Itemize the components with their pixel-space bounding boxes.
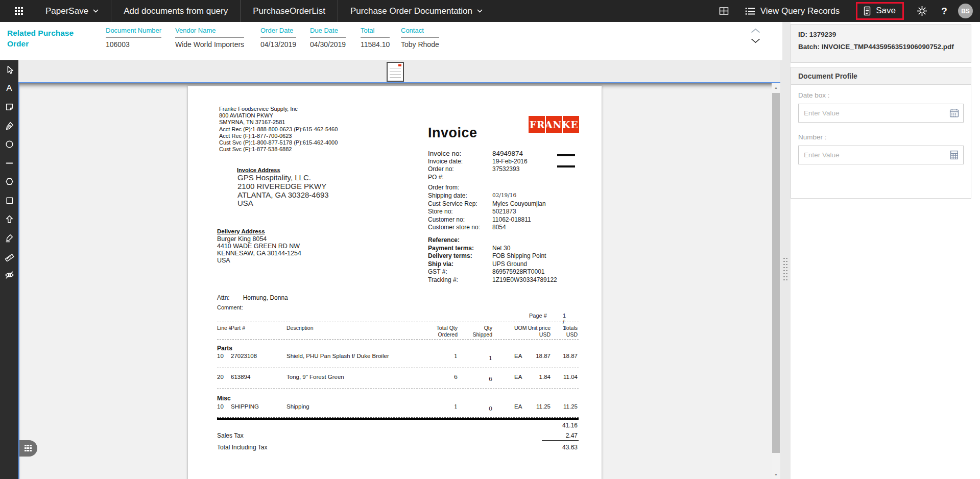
save-button[interactable]: Save	[856, 2, 904, 20]
topbar-actions: View Query Records Save ? BS	[715, 2, 980, 20]
panel-divider	[780, 22, 791, 479]
select-pointer-icon[interactable]	[0, 60, 18, 79]
table-row: 10 SHIPPING Shipping 1 0 EA 11.25 11.25	[217, 403, 579, 412]
po-field-label: Document Number	[106, 27, 161, 38]
date-box-field	[798, 104, 964, 123]
table-divider	[217, 368, 579, 368]
po-field-value: 106003	[106, 40, 161, 49]
number-label: Number :	[798, 133, 964, 141]
ruler-icon[interactable]	[0, 247, 18, 266]
calculator-icon[interactable]	[949, 150, 960, 160]
document-details-panel: ID: 1379239 Batch: INVOICE_TMP4435956351…	[791, 22, 980, 479]
polygon-tool-icon[interactable]	[0, 173, 18, 191]
po-field-label: Order Date	[260, 27, 296, 38]
scroll-down-arrow[interactable]: ▼	[772, 470, 780, 479]
menu-label: Add documents from query	[124, 6, 228, 16]
view-query-records-label: View Query Records	[760, 6, 840, 16]
invoice-address-block: GPS Hospitality, LLC.2100 RIVEREDGE PKWY…	[237, 174, 329, 208]
document-profile-body: Date box : Number :	[791, 85, 971, 182]
chevron-down-icon	[477, 9, 483, 13]
papersave-app: PaperSave Add documents from query Purch…	[0, 0, 980, 479]
scroll-up-arrow[interactable]: ▲	[772, 83, 780, 92]
number-input[interactable]	[798, 146, 964, 164]
chevron-down-icon[interactable]	[751, 38, 760, 43]
viewer-vertical-scrollbar: ▲ ▼	[772, 83, 780, 479]
page-1-thumbnail[interactable]	[387, 62, 404, 82]
menu-purchase-order-documentation[interactable]: Purchase Order Documentation	[338, 0, 495, 22]
po-field-value: 04/30/2019	[310, 40, 346, 49]
franke-logo: FRANKE	[529, 116, 579, 133]
menu-label: PurchaseOrderList	[253, 6, 325, 16]
ellipse-tool-icon[interactable]	[0, 135, 18, 154]
grand-total-rule	[542, 440, 579, 441]
pen-signature-icon[interactable]	[0, 116, 18, 135]
highlighter-icon[interactable]	[0, 228, 18, 247]
date-box-label: Date box :	[798, 91, 964, 99]
calendar-icon[interactable]	[949, 108, 960, 118]
comment-line: Comment:	[217, 304, 243, 310]
table-row: 20 613894 Tong, 9" Forest Green 6 6 EA 1…	[217, 374, 579, 382]
menu-label: Purchase Order Documentation	[350, 6, 472, 16]
document-profile-header: Document Profile	[791, 67, 971, 85]
settings-gear-icon[interactable]	[913, 2, 930, 20]
scrollbar-thumb[interactable]	[772, 93, 780, 453]
section-misc: Misc	[217, 395, 231, 402]
chevron-down-icon	[93, 9, 99, 13]
thumbnails-grid-icon	[25, 445, 32, 452]
menu-purchaseorderlist[interactable]: PurchaseOrderList	[241, 0, 338, 22]
po-field-contact: Contact Toby Rhode	[401, 27, 439, 49]
text-annotation-icon[interactable]: A	[0, 79, 18, 98]
line-tool-icon[interactable]	[0, 154, 18, 173]
rectangle-tool-icon[interactable]	[0, 191, 18, 210]
splitter-handle[interactable]	[783, 257, 787, 280]
po-field-document-number: Document Number 106003	[106, 27, 161, 49]
menu-add-documents-from-query[interactable]: Add documents from query	[111, 0, 240, 22]
number-field	[798, 146, 964, 164]
po-field-value: Toby Rhode	[401, 40, 439, 49]
view-query-records-button[interactable]: View Query Records	[738, 6, 847, 16]
document-id-card: ID: 1379239 Batch: INVOICE_TMP4435956351…	[791, 24, 971, 63]
table-divider	[217, 322, 579, 322]
document-canvas: Franke Foodservice Supply, Inc800 AVIATI…	[18, 83, 780, 479]
delivery-address-block: Burger King 80544410 WADE GREEN RD NW KE…	[217, 235, 301, 264]
app-menu-papersave[interactable]: PaperSave	[33, 0, 111, 22]
table-divider	[217, 389, 579, 389]
po-field-label: Due Date	[310, 27, 346, 38]
totals-divider	[217, 417, 579, 420]
batch-name: Batch: INVOICE_TMP4435956351906090752.pd…	[798, 43, 964, 51]
po-field-total: Total 11584.10	[361, 27, 390, 49]
date-box-input[interactable]	[798, 104, 964, 123]
invoice-address-label: Invoice Address	[237, 167, 280, 173]
table-divider	[217, 340, 579, 340]
hide-annotations-eye-slash-icon[interactable]	[0, 266, 18, 285]
user-avatar[interactable]: BS	[958, 4, 973, 18]
save-label: Save	[876, 6, 896, 16]
registration-mark	[557, 154, 575, 156]
sticky-note-icon[interactable]	[0, 98, 18, 116]
po-field-label: Total	[361, 27, 390, 38]
attn-line: Attn:Hornung, Donna	[217, 294, 288, 301]
record-navigation	[751, 26, 764, 49]
arrow-stamp-icon[interactable]	[0, 210, 18, 229]
po-field-value: 11584.10	[361, 40, 390, 49]
po-field-vendor-name: Vendor Name Wide World Importers	[175, 27, 244, 49]
app-name: PaperSave	[45, 6, 88, 16]
annotation-tool-rail: A	[0, 60, 18, 479]
table-header-row-2: Ordered Shipped USD USD	[217, 331, 579, 340]
po-field-label: Vendor Name	[175, 27, 244, 38]
invoice-info-block: Invoice no:84949874 Invoice date:19-Feb-…	[428, 150, 581, 284]
po-field-order-date: Order Date 04/13/2019	[260, 27, 296, 49]
thumb-logo-mark	[398, 64, 401, 66]
list-icon	[745, 7, 755, 15]
document-id: ID: 1379239	[798, 31, 964, 38]
help-icon[interactable]: ?	[936, 2, 953, 20]
po-field-value: Wide World Importers	[175, 40, 244, 49]
document-profile-card: Document Profile Date box :	[791, 67, 971, 199]
app-launcher-waffle-icon[interactable]	[15, 7, 23, 15]
franke-logo-text: FRANKE	[530, 119, 578, 130]
section-parts: Parts	[217, 345, 232, 352]
page-thumbnails-toggle[interactable]	[19, 440, 37, 457]
chevron-up-icon[interactable]	[751, 28, 760, 33]
layout-window-icon[interactable]	[715, 2, 733, 20]
related-po-title: Related Purchase Order	[7, 28, 79, 49]
